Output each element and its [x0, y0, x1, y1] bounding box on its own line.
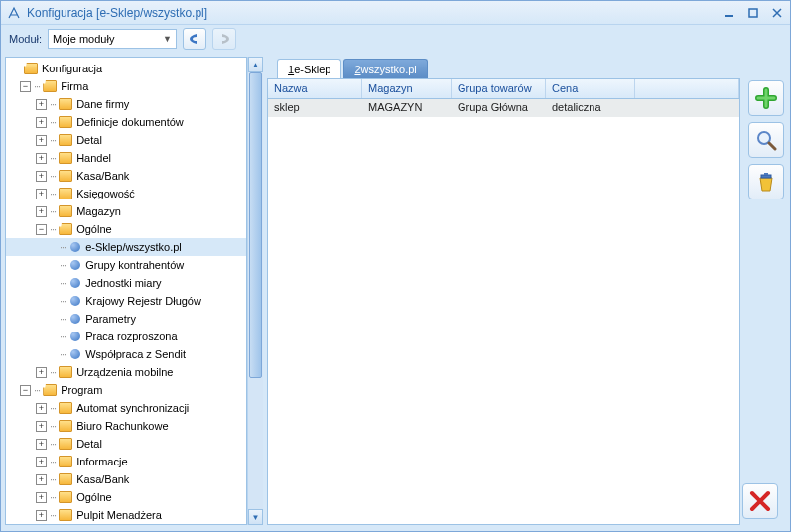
search-button[interactable]: [748, 122, 784, 158]
plus-icon: [754, 86, 778, 110]
tree-leaf[interactable]: ···Współpraca z Sendit: [6, 345, 246, 363]
scroll-thumb[interactable]: [249, 72, 262, 378]
col-cena[interactable]: Cena: [546, 79, 635, 98]
tree-item[interactable]: +···Informacje: [6, 453, 246, 470]
modul-label: Moduł:: [9, 33, 42, 45]
tab-wszystko[interactable]: 2 wszystko.pl: [343, 59, 427, 78]
expand-icon[interactable]: +: [36, 117, 47, 128]
col-nazwa[interactable]: Nazwa: [268, 79, 362, 98]
expand-icon[interactable]: +: [36, 457, 47, 467]
window-title: Konfiguracja [e-Sklep/wszystko.pl]: [27, 6, 723, 20]
dot-icon: [70, 242, 80, 252]
tabs: 1 e-Sklep 2 wszystko.pl: [267, 57, 784, 78]
tree-leaf[interactable]: ···Krajowy Rejestr Długów: [6, 292, 246, 310]
expand-icon[interactable]: +: [36, 206, 47, 217]
tree-leaf[interactable]: ···Parametry: [6, 310, 246, 328]
back-arrow-icon: [187, 32, 202, 46]
col-magazyn[interactable]: Magazyn: [362, 79, 452, 98]
expand-icon[interactable]: +: [36, 403, 47, 414]
tree-item[interactable]: +···Pulpit Menadżera: [6, 506, 246, 524]
folder-icon: [59, 116, 72, 128]
tree-firma[interactable]: −···Firma: [6, 77, 246, 95]
dot-icon: [70, 278, 80, 288]
tree-scrollbar[interactable]: ▲ ▼: [247, 57, 263, 525]
chevron-down-icon: ▼: [163, 34, 172, 44]
expand-icon[interactable]: +: [36, 189, 47, 200]
tree-panel: Konfiguracja −···Firma +···Dane firmy +·…: [5, 57, 263, 525]
folder-icon: [59, 134, 72, 146]
dot-icon: [70, 296, 80, 306]
back-button[interactable]: [183, 28, 206, 50]
tree-leaf[interactable]: ···Grupy kontrahentów: [6, 256, 246, 274]
expand-icon[interactable]: +: [36, 171, 47, 182]
folder-icon: [59, 170, 72, 182]
modul-value: Moje moduły: [53, 33, 114, 45]
expand-icon[interactable]: +: [36, 439, 47, 450]
tree-item[interactable]: +···Automat synchronizacji: [6, 399, 246, 417]
dot-icon: [70, 314, 80, 324]
cell-grupa: Grupa Główna: [452, 99, 546, 117]
tree-leaf[interactable]: ···Praca rozproszona: [6, 328, 246, 345]
delete-button[interactable]: [748, 164, 784, 200]
tree-item[interactable]: +···Detal: [6, 435, 246, 453]
data-grid[interactable]: Nazwa Magazyn Grupa towarów Cena sklep M…: [267, 78, 740, 525]
folder-icon: [59, 491, 72, 503]
tree-item[interactable]: +···Kasa/Bank: [6, 167, 246, 185]
collapse-icon[interactable]: −: [36, 224, 47, 235]
maximize-button[interactable]: [746, 6, 760, 20]
tree-item[interactable]: +···Księgowość: [6, 185, 246, 202]
expand-icon[interactable]: +: [36, 367, 47, 378]
modul-dropdown[interactable]: Moje moduły ▼: [48, 29, 177, 49]
col-grupa[interactable]: Grupa towarów: [452, 79, 546, 98]
cancel-button[interactable]: [742, 483, 778, 519]
tree-item[interactable]: +···Kasa/Bank: [6, 470, 246, 488]
collapse-icon[interactable]: −: [20, 81, 31, 92]
expand-icon[interactable]: +: [36, 474, 47, 485]
tree-item[interactable]: +···Definicje dokumentów: [6, 113, 246, 131]
expand-icon[interactable]: +: [36, 492, 47, 503]
svg-rect-1: [749, 9, 757, 17]
expand-icon[interactable]: +: [36, 135, 47, 146]
tree-item[interactable]: +···Biuro Rachunkowe: [6, 417, 246, 435]
tree-root[interactable]: Konfiguracja: [6, 60, 246, 77]
toolbar: Moduł: Moje moduły ▼: [1, 25, 790, 53]
close-button[interactable]: [770, 6, 784, 20]
expand-icon[interactable]: +: [36, 153, 47, 164]
svg-line-3: [769, 143, 775, 149]
folder-open-icon: [43, 80, 57, 92]
expand-icon[interactable]: +: [36, 510, 47, 521]
collapse-icon[interactable]: −: [20, 385, 31, 396]
tree-item[interactable]: +···Detal: [6, 131, 246, 149]
cell-nazwa: sklep: [268, 99, 362, 117]
tree-item[interactable]: +···Handel: [6, 149, 246, 167]
tree-leaf-esklep[interactable]: ···e-Sklep/wszystko.pl: [6, 238, 246, 256]
dot-icon: [70, 349, 80, 359]
folder-icon: [59, 473, 72, 485]
scroll-down-button[interactable]: ▼: [248, 509, 263, 525]
tree-leaf[interactable]: ···Jednostki miary: [6, 274, 246, 292]
tree-ogolne[interactable]: −···Ogólne: [6, 220, 246, 238]
expand-icon[interactable]: +: [36, 99, 47, 110]
folder-open-icon: [43, 384, 57, 396]
scroll-up-button[interactable]: ▲: [248, 57, 263, 72]
svg-rect-5: [764, 173, 768, 175]
cell-magazyn: MAGAZYN: [362, 99, 452, 117]
expand-icon[interactable]: +: [36, 421, 47, 432]
tree-program[interactable]: −···Program: [6, 381, 246, 399]
content-area: Konfiguracja −···Firma +···Dane firmy +·…: [1, 53, 790, 531]
tree-item[interactable]: +···Dane firmy: [6, 95, 246, 113]
minimize-button[interactable]: [723, 6, 736, 20]
magnifier-icon: [755, 129, 777, 151]
dot-icon: [70, 332, 80, 341]
tree-item[interactable]: +···Urządzenia mobilne: [6, 363, 246, 381]
tree-item[interactable]: +···Magazyn: [6, 202, 246, 220]
tab-esklep[interactable]: 1 e-Sklep: [277, 59, 341, 78]
x-icon: [749, 490, 771, 512]
config-tree[interactable]: Konfiguracja −···Firma +···Dane firmy +·…: [6, 58, 246, 525]
tree-item[interactable]: +···Ogólne: [6, 488, 246, 506]
scroll-track[interactable]: [248, 72, 263, 509]
folder-icon: [59, 98, 72, 110]
add-button[interactable]: [748, 80, 784, 116]
table-row[interactable]: sklep MAGAZYN Grupa Główna detaliczna: [268, 99, 739, 117]
trash-icon: [755, 171, 777, 193]
